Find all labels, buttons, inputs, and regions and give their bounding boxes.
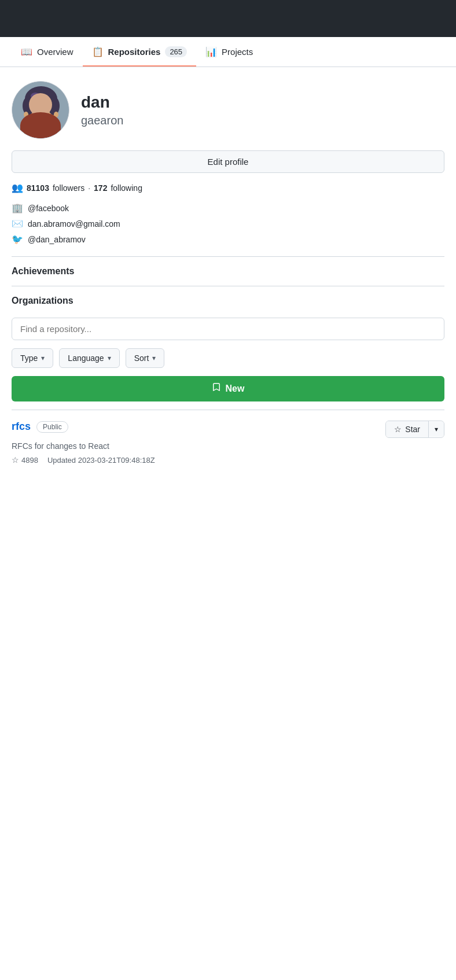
repo-star-count: 4898 [21, 456, 38, 465]
filter-row: Type ▾ Language ▾ Sort ▾ [12, 348, 444, 368]
repo-description: RFCs for changes to React [12, 441, 444, 451]
svg-point-4 [48, 97, 60, 115]
organizations-section: Organizations [12, 296, 444, 306]
svg-point-11 [24, 112, 28, 117]
star-button-label: Star [405, 425, 420, 434]
organization-icon: 🏢 [12, 202, 23, 213]
svg-point-3 [23, 97, 34, 115]
email-item: ✉️ dan.abramov@gmail.com [12, 218, 444, 229]
new-repo-button[interactable]: New [12, 376, 444, 401]
profile-info: dan gaearon [81, 93, 123, 127]
tab-overview-label: Overview [37, 47, 73, 57]
type-chevron-icon: ▾ [41, 354, 45, 362]
edit-profile-button[interactable]: Edit profile [12, 150, 444, 173]
profile-section: dan gaearon [12, 81, 444, 139]
type-filter-label: Type [20, 353, 38, 363]
projects-icon: 📊 [205, 46, 217, 57]
language-filter-label: Language [68, 353, 104, 363]
repo-header: rfcs Public ☆ Star ▾ [12, 421, 444, 438]
repo-star-group: ☆ Star ▾ [385, 421, 444, 438]
repositories-badge: 265 [165, 46, 187, 57]
sort-chevron-icon: ▾ [152, 354, 156, 362]
language-chevron-icon: ▾ [108, 354, 111, 362]
book-icon: 📖 [21, 46, 32, 57]
twitter-value: @dan_abramov [28, 235, 86, 244]
repo-name-section: rfcs Public [12, 421, 68, 433]
avatar [12, 82, 69, 138]
new-repo-icon [212, 383, 221, 395]
svg-point-9 [45, 112, 49, 116]
following-label: following [111, 183, 142, 193]
sort-filter-button[interactable]: Sort ▾ [126, 348, 165, 368]
repo-star-icon: ☆ [12, 455, 19, 465]
svg-point-12 [54, 112, 58, 117]
top-header [0, 0, 456, 37]
followers-count: 81103 [27, 183, 49, 193]
repo-icon: 📋 [92, 46, 104, 57]
star-dropdown-chevron-icon: ▾ [435, 425, 438, 433]
main-content: dan gaearon Edit profile 👥 81103 followe… [0, 67, 456, 489]
star-dropdown-button[interactable]: ▾ [429, 422, 444, 437]
avatar-container [12, 81, 69, 139]
organization-item: 🏢 @facebook [12, 202, 444, 213]
tab-overview[interactable]: 📖 Overview [12, 37, 83, 67]
following-count: 172 [94, 183, 107, 193]
twitter-icon: 🐦 [12, 234, 23, 245]
tab-projects[interactable]: 📊 Projects [196, 37, 262, 67]
search-input[interactable] [12, 318, 444, 340]
followers-icon: 👥 [12, 182, 23, 193]
star-icon: ☆ [394, 425, 402, 434]
profile-name: dan [81, 93, 123, 112]
followers-separator: · [88, 183, 90, 193]
followers-label: followers [53, 183, 84, 193]
tab-repositories[interactable]: 📋 Repositories 265 [83, 37, 197, 67]
contact-info: 🏢 @facebook ✉️ dan.abramov@gmail.com 🐦 @… [12, 202, 444, 245]
nav-tabs: 📖 Overview 📋 Repositories 265 📊 Projects [0, 37, 456, 67]
achievements-section: Achievements [12, 266, 444, 277]
svg-rect-6 [36, 125, 46, 134]
repo-list: rfcs Public ☆ Star ▾ RFCs for changes to… [12, 410, 444, 475]
svg-point-5 [31, 93, 40, 100]
svg-point-8 [34, 112, 37, 116]
star-button[interactable]: ☆ Star [386, 421, 429, 437]
repo-controls: Type ▾ Language ▾ Sort ▾ New [12, 318, 444, 401]
divider-1 [12, 256, 444, 257]
organizations-heading: Organizations [12, 296, 444, 306]
repo-visibility-badge: Public [36, 421, 68, 433]
repo-name-link[interactable]: rfcs [12, 421, 31, 433]
email-value: dan.abramov@gmail.com [28, 219, 120, 229]
repo-stars: ☆ 4898 [12, 455, 38, 465]
twitter-item: 🐦 @dan_abramov [12, 234, 444, 245]
table-row: rfcs Public ☆ Star ▾ RFCs for changes to… [12, 410, 444, 475]
svg-point-7 [21, 128, 61, 138]
email-icon: ✉️ [12, 218, 23, 229]
achievements-heading: Achievements [12, 266, 444, 277]
organization-value: @facebook [28, 204, 69, 213]
tab-projects-label: Projects [222, 47, 253, 57]
profile-username: gaearon [81, 114, 123, 127]
repo-updated-at: Updated 2023-03-21T09:48:18Z [47, 456, 155, 465]
divider-2 [12, 286, 444, 286]
svg-point-10 [40, 117, 42, 119]
new-repo-label: New [226, 384, 245, 394]
followers-section: 👥 81103 followers · 172 following [12, 182, 444, 193]
repo-meta: ☆ 4898 Updated 2023-03-21T09:48:18Z [12, 455, 444, 465]
type-filter-button[interactable]: Type ▾ [12, 348, 53, 368]
sort-filter-label: Sort [134, 353, 149, 363]
language-filter-button[interactable]: Language ▾ [59, 348, 119, 368]
tab-repositories-label: Repositories [108, 47, 161, 57]
